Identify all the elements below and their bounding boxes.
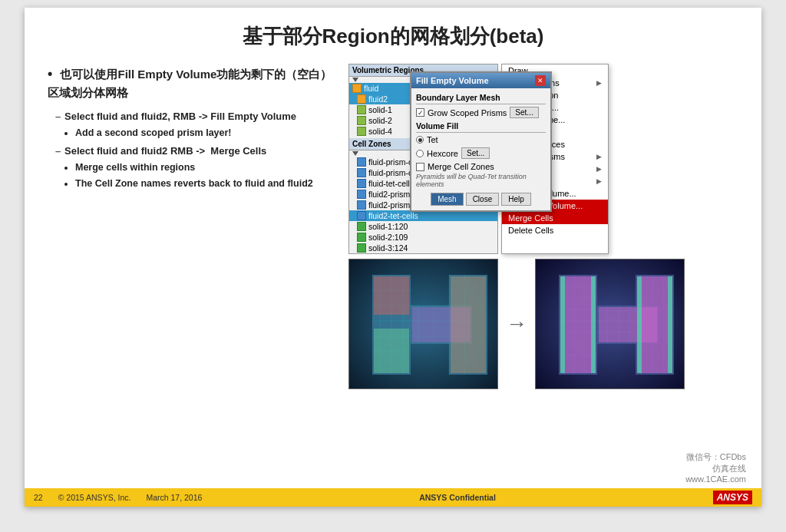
mesh-svg-before xyxy=(349,259,498,389)
tet-label: Tet xyxy=(427,135,438,144)
main-bullet-text: 也可以使用Fill Empty Volume功能为剩下的（空白）区域划分体网格 xyxy=(48,68,332,99)
tree-item-s2[interactable]: solid-2:109 xyxy=(349,232,497,243)
ft-cells-label: fluid-tet-cells xyxy=(368,179,414,188)
solid2-icon xyxy=(357,116,366,125)
fluid-label: fluid xyxy=(364,84,378,93)
fluid2-label: fluid2 xyxy=(368,94,388,104)
fluid-icon xyxy=(352,84,362,93)
svg-rect-20 xyxy=(374,329,409,373)
close-button[interactable]: Close xyxy=(466,193,500,206)
svg-rect-47 xyxy=(560,276,596,373)
dialog-section1-text: Boundary Layer Mesh xyxy=(416,93,500,102)
ft-cells-icon xyxy=(357,179,366,188)
f2p-cells2-icon xyxy=(357,200,366,210)
main-bullet: • 也可以使用Fill Empty Volume功能为剩下的（空白）区域划分体网… xyxy=(48,64,339,102)
s1-icon xyxy=(357,222,366,231)
slide-footer: 22 © 2015 ANSYS, Inc. March 17, 2016 ANS… xyxy=(25,488,761,507)
ctx-tet-arrow: ▶ xyxy=(596,165,602,173)
grow-scoped-label: Grow Scoped Prisms xyxy=(428,108,507,117)
dialog-tet-row: Tet xyxy=(416,135,546,144)
sub-sub-item-2: Merge cells within regions xyxy=(75,161,339,175)
sub-sub-item-3: The Cell Zone names reverts back to flui… xyxy=(75,177,339,191)
svg-rect-19 xyxy=(374,276,409,315)
dialog-buttons: Mesh Close Help xyxy=(416,193,546,206)
dialog-note: Pyramids will be Quad-Tet transition ele… xyxy=(416,173,546,188)
dialog-close-button[interactable]: ✕ xyxy=(535,75,546,86)
help-button[interactable]: Help xyxy=(501,193,531,206)
solid1-icon xyxy=(357,105,366,114)
svg-rect-49 xyxy=(637,276,672,373)
s2-label: solid-2:109 xyxy=(368,233,408,242)
footer-copyright: © 2015 ANSYS, Inc. xyxy=(58,493,131,502)
f2t-cells-label: fluid2-tet-cells xyxy=(368,211,418,220)
tree-item-s1[interactable]: solid-1:120 xyxy=(349,221,497,232)
watermark-line3: www.1CAE.com xyxy=(685,474,746,484)
slide-title: 基于部分Region的网格划分(beta) xyxy=(48,23,738,50)
f2t-cells-icon xyxy=(357,211,366,220)
mesh-image-before xyxy=(348,259,498,389)
sub-sub-1: Add a second scoped prism layer! xyxy=(75,127,339,140)
sub-bullets-list: Select fluid and fluid2, RMB -> Fill Emp… xyxy=(55,110,339,191)
hexcore-label: Hexcore xyxy=(427,149,458,158)
watermark-line2: 仿真在线 xyxy=(685,463,746,474)
s1-label: solid-1:120 xyxy=(368,222,408,231)
f2p-cells-icon xyxy=(357,190,366,199)
s2-icon xyxy=(357,233,366,242)
ctx-draw-opts-arrow: ▶ xyxy=(596,79,602,87)
sub-bullet-2: Select fluid and fluid2 RMB -> Merge Cel… xyxy=(55,144,339,190)
svg-rect-51 xyxy=(591,276,596,373)
ctx-hexcore-arrow: ▶ xyxy=(596,177,602,185)
solid2-label: solid-2 xyxy=(368,116,392,125)
footer-confidential: ANSYS Confidential xyxy=(419,493,496,502)
ctx-merge-cells[interactable]: Merge Cells xyxy=(502,212,608,224)
ansys-logo: ANSYS xyxy=(713,491,752,504)
sub-bullet-1: Select fluid and fluid2, RMB -> Fill Emp… xyxy=(55,110,339,140)
dialog-body: Boundary Layer Mesh Grow Scoped Prisms S… xyxy=(411,88,550,210)
hexcore-radio[interactable] xyxy=(416,150,424,157)
left-panel: • 也可以使用Fill Empty Volume功能为剩下的（空白）区域划分体网… xyxy=(48,64,339,478)
tet-radio[interactable] xyxy=(416,136,424,144)
dialog-section2-text: Volume Fill xyxy=(416,121,458,131)
grow-scoped-set-btn[interactable]: Set... xyxy=(510,107,538,118)
tree-item-s3[interactable]: solid-3:124 xyxy=(349,243,497,253)
footer-confidential-text: ANSYS Confidential xyxy=(419,493,496,502)
tree-item-f2t-cells[interactable]: fluid2-tet-cells xyxy=(349,210,497,221)
watermark-line1: 微信号：CFDbs xyxy=(685,451,746,463)
sub-sub-2: Merge cells within regions The Cell Zone… xyxy=(75,161,339,190)
mesh-arrow-icon: → xyxy=(506,312,527,336)
watermark: 微信号：CFDbs 仿真在线 www.1CAE.com xyxy=(685,451,746,484)
s3-icon xyxy=(357,243,366,253)
sub-sub-item-1: Add a second scoped prism layer! xyxy=(75,127,339,140)
ctx-delete-cells-label: Delete Cells xyxy=(508,226,553,235)
mesh-button[interactable]: Mesh xyxy=(431,193,463,206)
footer-date: March 17, 2016 xyxy=(146,493,202,502)
mesh-svg-after xyxy=(536,259,685,389)
footer-right: ANSYS xyxy=(713,491,752,504)
ctx-merge-cells-label: Merge Cells xyxy=(508,213,553,223)
slide: 基于部分Region的网格划分(beta) • 也可以使用Fill Empty … xyxy=(25,8,761,507)
ctx-delete-cells[interactable]: Delete Cells xyxy=(502,224,608,236)
dialog-section-volume: Volume Fill xyxy=(416,121,546,133)
fill-dialog: Fill Empty Volume ✕ Boundary Layer Mesh … xyxy=(410,71,552,212)
solid4-label: solid-4 xyxy=(368,127,392,136)
mesh-image-after xyxy=(535,259,685,389)
right-panel: Volumetric Regions fluid fluid2 xyxy=(348,64,738,478)
svg-rect-53 xyxy=(668,276,672,373)
hexcore-set-btn[interactable]: Set... xyxy=(461,147,490,159)
dialog-note-text: Pyramids will be Quad-Tet transition ele… xyxy=(416,173,527,188)
dialog-title-bar: Fill Empty Volume ✕ xyxy=(411,73,550,88)
footer-left: 22 © 2015 ANSYS, Inc. March 17, 2016 xyxy=(34,493,202,502)
merge-label: Merge Cell Zones xyxy=(428,162,494,171)
merge-checkbox[interactable] xyxy=(416,163,424,171)
solid4-icon xyxy=(357,127,366,136)
dialog-grow-row: Grow Scoped Prisms Set... xyxy=(416,107,546,118)
cell-triangle-icon xyxy=(352,151,358,156)
title-text: 基于部分Region的网格划分(beta) xyxy=(243,25,544,48)
content-area: • 也可以使用Fill Empty Volume功能为剩下的（空白）区域划分体网… xyxy=(48,64,738,478)
s3-label: solid-3:124 xyxy=(368,243,408,253)
svg-rect-22 xyxy=(451,276,486,373)
dialog-title-text: Fill Empty Volume xyxy=(416,76,489,85)
fp-cells-icon xyxy=(357,157,366,167)
grow-scoped-checkbox[interactable] xyxy=(416,108,424,117)
cell-header-text: Cell Zones xyxy=(352,140,391,148)
